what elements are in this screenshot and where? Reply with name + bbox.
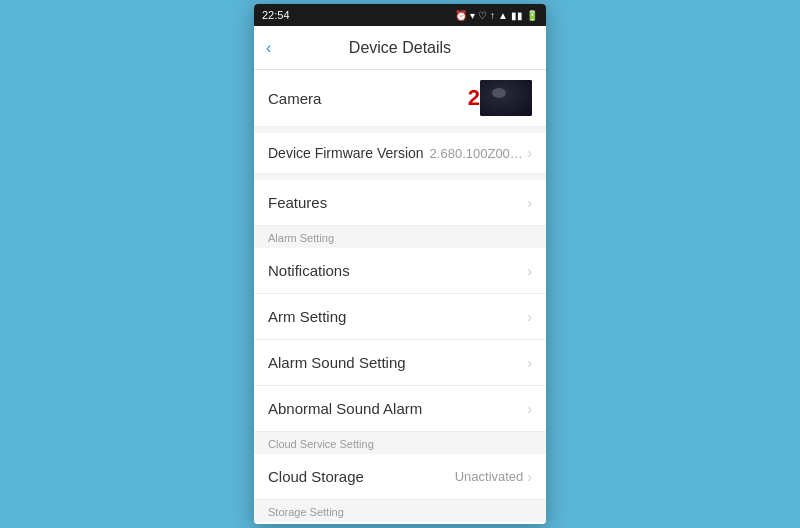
firmware-label: Device Firmware Version [268,145,424,161]
features-label: Features [268,194,527,211]
cloud-section-header: Cloud Service Setting [254,432,546,454]
arm-setting-label: Arm Setting [268,308,527,325]
abnormal-sound-item[interactable]: Abnormal Sound Alarm › [254,386,546,432]
status-time: 22:54 [262,9,290,21]
camera-row: Camera 2 [254,70,546,127]
alarm-section-header: Alarm Setting [254,226,546,248]
firmware-chevron: › [527,145,532,161]
notifications-item[interactable]: Notifications › [254,248,546,294]
status-icons: ⏰ ▾ ♡ ↑ ▲ ▮▮ 🔋 [455,10,538,21]
wifi-icon: ▾ [470,10,475,21]
upload-icon: ↑ [490,10,495,21]
back-button[interactable]: ‹ [266,39,271,57]
alarm-sound-label: Alarm Sound Setting [268,354,527,371]
content-area: Camera 2 Device Firmware Version 2.680.1… [254,70,546,524]
abnormal-sound-label: Abnormal Sound Alarm [268,400,527,417]
camera-thumbnail[interactable] [480,80,532,116]
features-chevron: › [527,195,532,211]
firmware-row[interactable]: Device Firmware Version 2.680.100Z003.0.… [254,133,546,174]
notifications-chevron: › [527,263,532,279]
abnormal-sound-chevron: › [527,401,532,417]
local-storage-status-item[interactable]: Local Storage Status Normal › [254,522,546,524]
storage-section-header: Storage Setting [254,500,546,522]
alarm-sound-chevron: › [527,355,532,371]
features-item[interactable]: Features › [254,180,546,226]
arm-setting-chevron: › [527,309,532,325]
app-header: ‹ Device Details [254,26,546,70]
camera-label: Camera [268,90,462,107]
status-bar: 22:54 ⏰ ▾ ♡ ↑ ▲ ▮▮ 🔋 [254,4,546,26]
phone-frame: 22:54 ⏰ ▾ ♡ ↑ ▲ ▮▮ 🔋 ‹ Device Details Ca… [254,4,546,524]
alarm-icon: ⏰ [455,10,467,21]
camera-image [480,80,532,116]
arm-setting-item[interactable]: Arm Setting › [254,294,546,340]
signal-icon: ▮▮ [511,10,523,21]
cloud-storage-value: Unactivated [455,469,524,484]
alarm-sound-item[interactable]: Alarm Sound Setting › [254,340,546,386]
cloud-storage-chevron: › [527,469,532,485]
page-title: Device Details [349,39,451,57]
heart-icon: ♡ [478,10,487,21]
cloud-storage-item[interactable]: Cloud Storage Unactivated › [254,454,546,500]
notifications-label: Notifications [268,262,527,279]
camera-number: 2 [468,85,480,111]
cloud-storage-label: Cloud Storage [268,468,455,485]
firmware-value: 2.680.100Z003.0.R... [430,146,524,161]
battery-icon: 🔋 [526,10,538,21]
triangle-icon: ▲ [498,10,508,21]
